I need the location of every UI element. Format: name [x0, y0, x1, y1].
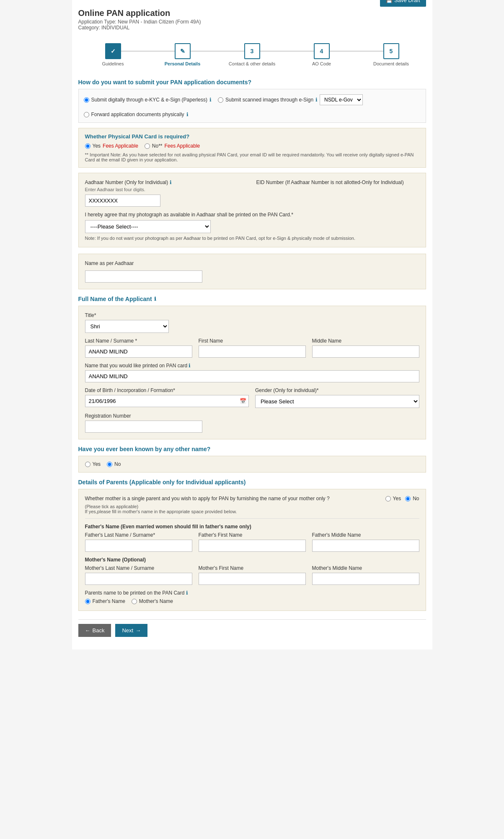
- submission-label-3: Forward application documents physically: [91, 112, 184, 117]
- mother-name-print-radio[interactable]: [132, 599, 137, 604]
- step-5-label: Document details: [373, 61, 409, 66]
- mother-first-input[interactable]: [199, 573, 306, 585]
- aadhaar-number-label: Aadhaar Number (Only for Individual) ℹ: [85, 179, 248, 185]
- photograph-label: I hereby agree that my photograph as ava…: [85, 212, 419, 218]
- single-parent-row: Whether mother is a single parent and yo…: [85, 496, 419, 514]
- pan-card-question: Whether Physical PAN Card is required?: [85, 133, 419, 140]
- aadhaar-input[interactable]: [85, 195, 160, 207]
- gender-select[interactable]: Please Select Male Female Transgender: [255, 395, 419, 408]
- calendar-icon[interactable]: 📅: [240, 398, 246, 404]
- aadhaar-section: Aadhaar Number (Only for Individual) ℹ E…: [78, 173, 426, 247]
- registration-input[interactable]: [85, 421, 202, 433]
- father-name-print-option[interactable]: Father's Name: [85, 598, 125, 604]
- father-name-row: Father's Last Name / Surname* Father's F…: [85, 532, 419, 552]
- single-parent-text: Whether mother is a single parent and yo…: [85, 496, 385, 514]
- parents-print-info-icon[interactable]: ℹ: [186, 590, 188, 596]
- single-parent-note2: If yes,please fill in mother's name in t…: [85, 509, 385, 514]
- pan-name-info-icon[interactable]: ℹ: [189, 363, 191, 369]
- parents-section: Details of Parents (Applicable only for …: [78, 479, 426, 611]
- father-last-input[interactable]: [85, 540, 192, 552]
- submission-question: How do you want to submit your PAN appli…: [78, 79, 426, 86]
- pan-card-yes-option[interactable]: Yes Fees Applicable: [85, 143, 138, 149]
- pan-card-no-radio[interactable]: [145, 143, 150, 149]
- father-section-heading: Father's Name (Even married women should…: [85, 524, 419, 530]
- single-parent-yes-radio[interactable]: [385, 496, 391, 501]
- pan-card-no-option[interactable]: No** Fees Applicable: [145, 143, 200, 149]
- title-group: Title* Shri Smt Kumari M/s: [85, 312, 169, 333]
- single-parent-no-radio[interactable]: [405, 496, 411, 501]
- full-name-info-icon[interactable]: ℹ: [154, 296, 156, 302]
- submission-label-1: Submit digitally through e-KYC & e-Sign …: [91, 97, 207, 103]
- parents-print-label: Parents name to be printed on the PAN Ca…: [85, 590, 419, 596]
- pan-card-yes-radio[interactable]: [85, 143, 90, 149]
- other-name-no[interactable]: No: [107, 461, 121, 467]
- back-arrow-icon: ←: [85, 627, 90, 634]
- title-label: Title*: [85, 312, 169, 318]
- mother-name-print-option[interactable]: Mother's Name: [132, 598, 173, 604]
- pan-card-radio-group: Yes Fees Applicable No** Fees Applicable: [85, 143, 419, 149]
- dob-gender-row: Date of Birth / Incorporation / Formatio…: [85, 387, 419, 408]
- other-name-no-radio[interactable]: [107, 462, 112, 467]
- pan-name-label: Name that you would like printed on PAN …: [85, 363, 419, 369]
- next-button[interactable]: Next →: [115, 624, 147, 637]
- app-header: 💾 Save Draft Online PAN application Appl…: [78, 4, 426, 33]
- title-select[interactable]: Shri Smt Kumari M/s: [85, 320, 169, 333]
- middle-name-input[interactable]: [312, 345, 419, 358]
- father-last-name-group: Father's Last Name / Surname*: [85, 532, 192, 552]
- dob-input[interactable]: [85, 395, 249, 407]
- page-title: Online PAN application: [78, 8, 426, 18]
- father-middle-input[interactable]: [312, 540, 419, 552]
- photograph-select[interactable]: ----Please Select----: [85, 220, 211, 233]
- step-2-circle: ✎: [175, 43, 191, 59]
- mother-section-heading: Mother's Name (Optional): [85, 557, 419, 563]
- aadhaar-info-icon[interactable]: ℹ: [170, 179, 172, 185]
- nsdl-select[interactable]: NSDL e-Gov: [320, 94, 363, 105]
- single-parent-yes[interactable]: Yes: [385, 496, 401, 501]
- father-name-print-radio[interactable]: [85, 599, 90, 604]
- dob-group: Date of Birth / Incorporation / Formatio…: [85, 387, 249, 408]
- other-name-yes[interactable]: Yes: [85, 461, 101, 467]
- mother-middle-name-group: Mother's Middle Name: [312, 565, 419, 585]
- aadhaar-row: Aadhaar Number (Only for Individual) ℹ E…: [85, 179, 419, 207]
- submission-radio-3[interactable]: [84, 112, 89, 117]
- save-draft-button[interactable]: 💾 Save Draft: [380, 0, 426, 7]
- last-name-input[interactable]: [85, 345, 192, 358]
- name-aadhaar-input[interactable]: [85, 270, 202, 283]
- registration-group: Registration Number: [85, 413, 202, 433]
- father-first-input[interactable]: [199, 540, 306, 552]
- info-icon-1[interactable]: ℹ: [209, 97, 212, 103]
- mother-middle-label: Mother's Middle Name: [312, 565, 419, 571]
- pan-name-input[interactable]: [85, 370, 419, 382]
- info-icon-2[interactable]: ℹ: [315, 97, 318, 103]
- step-4-circle: 4: [314, 43, 330, 59]
- submission-option-1[interactable]: Submit digitally through e-KYC & e-Sign …: [84, 97, 212, 103]
- pan-card-yes-fees: Fees Applicable: [103, 143, 138, 149]
- middle-name-group: Middle Name: [312, 338, 419, 358]
- submission-option-2[interactable]: Submit scanned images through e-Sign ℹ N…: [218, 94, 363, 105]
- parents-box: Whether mother is a single parent and yo…: [78, 489, 426, 611]
- full-name-heading: Full Name of the Applicant ℹ: [78, 296, 426, 302]
- mother-middle-input[interactable]: [312, 573, 419, 585]
- first-name-input[interactable]: [199, 345, 306, 358]
- other-name-yes-radio[interactable]: [85, 462, 90, 467]
- single-parent-no[interactable]: No: [405, 496, 419, 501]
- father-middle-name-group: Father's Middle Name: [312, 532, 419, 552]
- back-button[interactable]: ← Back: [78, 624, 111, 637]
- submission-radio-1[interactable]: [84, 97, 89, 103]
- parents-heading: Details of Parents (Applicable only for …: [78, 479, 426, 486]
- photograph-note: Note: If you do not want your photograph…: [85, 236, 419, 241]
- father-middle-label: Father's Middle Name: [312, 532, 419, 538]
- parents-print-section: Parents name to be printed on the PAN Ca…: [85, 590, 419, 604]
- step-5-circle: 5: [383, 43, 399, 59]
- mother-last-label: Mother's Last Name / Surname: [85, 565, 192, 571]
- registration-label: Registration Number: [85, 413, 202, 419]
- step-1-label: Guidelines: [102, 61, 124, 66]
- submission-radio-2[interactable]: [218, 97, 223, 103]
- mother-last-input[interactable]: [85, 573, 192, 585]
- parents-print-radio-group: Father's Name Mother's Name: [85, 598, 419, 604]
- submission-option-3[interactable]: Forward application documents physically…: [84, 112, 189, 117]
- step-3-label: Contact & other details: [229, 61, 275, 66]
- single-parent-question: Whether mother is a single parent and yo…: [85, 496, 385, 501]
- dob-label: Date of Birth / Incorporation / Formatio…: [85, 387, 249, 393]
- info-icon-3[interactable]: ℹ: [186, 112, 189, 117]
